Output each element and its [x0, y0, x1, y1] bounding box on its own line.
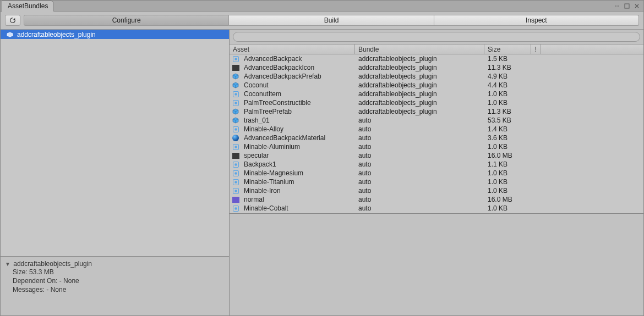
- flare-icon: [232, 55, 239, 63]
- asset-row[interactable]: Minable-Ironauto1.0 KB: [230, 186, 643, 195]
- flare-icon: [232, 125, 239, 133]
- window-controls: [614, 3, 643, 9]
- asset-row[interactable]: Minable-Cobaltauto1.0 KB: [230, 204, 643, 213]
- tab-configure-label: Configure: [112, 16, 141, 24]
- cube-icon: [232, 81, 239, 89]
- asset-bundle: auto: [355, 204, 484, 212]
- imgpurp-icon: [232, 196, 239, 203]
- body: addcraftableobjects_plugin ▼ addcraftabl…: [1, 30, 643, 315]
- flare-icon: [232, 169, 239, 177]
- col-bundle[interactable]: Bundle: [355, 45, 484, 54]
- bundle-detail-line: Messages: - None: [5, 285, 225, 294]
- asset-row[interactable]: PalmTreePrefabaddcraftableobjects_plugin…: [230, 107, 643, 116]
- tab-configure[interactable]: Configure: [24, 15, 229, 26]
- bundle-detail-lines: Size: 53.3 MBDependent On: - NoneMessage…: [5, 268, 225, 294]
- svg-point-15: [234, 146, 237, 148]
- refresh-icon: [9, 16, 17, 24]
- tab-inspect-label: Inspect: [526, 16, 547, 24]
- asset-row[interactable]: AdvancedBackpackMaterialauto3.6 KB: [230, 134, 643, 142]
- asset-row[interactable]: AdvancedBackpackPrefabaddcraftableobject…: [230, 72, 643, 81]
- asset-size: 1.5 KB: [484, 55, 531, 63]
- tab-build[interactable]: Build: [229, 15, 434, 26]
- col-size[interactable]: Size: [484, 45, 531, 54]
- cube-icon: [232, 117, 239, 124]
- asset-row[interactable]: PalmTreeConstructibleaddcraftableobjects…: [230, 98, 643, 107]
- asset-name: AdvancedBackpackMaterial: [241, 134, 355, 142]
- col-warn-label: !: [535, 46, 537, 53]
- asset-name: CoconutItem: [241, 90, 355, 98]
- close-icon[interactable]: [634, 3, 640, 9]
- col-size-label: Size: [488, 46, 500, 53]
- asset-size: 16.0 MB: [484, 196, 531, 203]
- asset-size: 1.0 KB: [484, 204, 531, 212]
- asset-row[interactable]: Coconutaddcraftableobjects_plugin4.4 KB: [230, 81, 643, 90]
- asset-row[interactable]: Minable-Aluminiumauto1.0 KB: [230, 142, 643, 151]
- tab-inspect[interactable]: Inspect: [434, 15, 639, 26]
- fold-triangle-icon[interactable]: ▼: [5, 261, 10, 267]
- asset-bundle: auto: [355, 169, 484, 177]
- asset-name: Minable-Cobalt: [241, 204, 355, 212]
- svg-rect-3: [625, 4, 629, 8]
- svg-point-0: [615, 5, 616, 7]
- window-tab-assetbundles[interactable]: AssetBundles: [2, 1, 54, 12]
- asset-size: 1.4 KB: [484, 125, 531, 133]
- asset-row[interactable]: Minable-Alloyauto1.4 KB: [230, 125, 643, 134]
- col-warn[interactable]: !: [531, 45, 541, 54]
- asset-size: 3.6 KB: [484, 134, 531, 142]
- sphere-icon: [232, 134, 239, 142]
- asset-size: 53.5 KB: [484, 117, 531, 124]
- search-input[interactable]: [233, 32, 640, 42]
- asset-row[interactable]: Backpack1auto1.1 KB: [230, 160, 643, 169]
- asset-size: 11.3 KB: [484, 64, 531, 71]
- asset-size: 1.1 KB: [484, 160, 531, 168]
- asset-name: Minable-Aluminium: [241, 143, 355, 151]
- svg-point-13: [234, 128, 237, 130]
- asset-size: 4.4 KB: [484, 81, 531, 89]
- flare-icon: [232, 187, 239, 195]
- cube-icon: [232, 73, 239, 80]
- bundle-row[interactable]: addcraftableobjects_plugin: [1, 30, 229, 39]
- asset-bundle: addcraftableobjects_plugin: [355, 90, 484, 98]
- asset-size: 1.0 KB: [484, 143, 531, 151]
- asset-row[interactable]: specularauto16.0 MB: [230, 151, 643, 160]
- svg-point-23: [234, 190, 237, 192]
- window-tabbar: AssetBundles: [1, 1, 643, 12]
- asset-row[interactable]: CoconutItemaddcraftableobjects_plugin1.0…: [230, 90, 643, 98]
- asset-name: normal: [241, 196, 355, 203]
- bundle-details-panel: ▼ addcraftableobjects_plugin Size: 53.3 …: [1, 256, 229, 315]
- flare-icon: [232, 160, 239, 168]
- asset-bundle: auto: [355, 117, 484, 124]
- asset-area: Asset Bundle Size ! AdvancedBackpackaddc…: [230, 45, 643, 315]
- asset-row[interactable]: trash_01auto53.5 KB: [230, 116, 643, 125]
- asset-row[interactable]: normalauto16.0 MB: [230, 195, 643, 204]
- bundle-list[interactable]: addcraftableobjects_plugin: [1, 30, 229, 256]
- asset-name: Coconut: [241, 81, 355, 89]
- asset-size: 1.0 KB: [484, 99, 531, 107]
- toolbar: Configure Build Inspect: [1, 12, 643, 30]
- asset-name: AdvancedBackpackIcon: [241, 64, 355, 71]
- asset-list[interactable]: AdvancedBackpackaddcraftableobjects_plug…: [230, 54, 643, 213]
- bundle-details-header[interactable]: ▼ addcraftableobjects_plugin: [5, 260, 225, 268]
- bundle-name: addcraftableobjects_plugin: [17, 31, 96, 38]
- window-tab-label: AssetBundles: [8, 2, 48, 10]
- svg-point-1: [616, 5, 618, 7]
- asset-row[interactable]: AdvancedBackpackaddcraftableobjects_plug…: [230, 54, 643, 63]
- asset-bundle: auto: [355, 196, 484, 203]
- asset-row[interactable]: Minable-Titaniumauto1.0 KB: [230, 178, 643, 186]
- asset-name: AdvancedBackpack: [241, 55, 355, 63]
- col-asset[interactable]: Asset: [230, 45, 355, 54]
- asset-size: 11.3 KB: [484, 108, 531, 115]
- asset-row[interactable]: Minable-Magnesiumauto1.0 KB: [230, 169, 643, 178]
- bundle-icon: [6, 31, 14, 38]
- flare-icon: [232, 90, 239, 98]
- asset-name: Minable-Alloy: [241, 125, 355, 133]
- asset-name: specular: [241, 152, 355, 159]
- maximize-icon[interactable]: [624, 3, 630, 9]
- asset-size: 1.0 KB: [484, 178, 531, 186]
- main-panel: Asset Bundle Size ! AdvancedBackpackaddc…: [230, 30, 643, 315]
- svg-point-25: [234, 207, 237, 209]
- refresh-button[interactable]: [5, 15, 20, 26]
- asset-row[interactable]: AdvancedBackpackIconaddcraftableobjects_…: [230, 63, 643, 72]
- options-icon[interactable]: [614, 3, 620, 9]
- svg-point-17: [234, 163, 237, 165]
